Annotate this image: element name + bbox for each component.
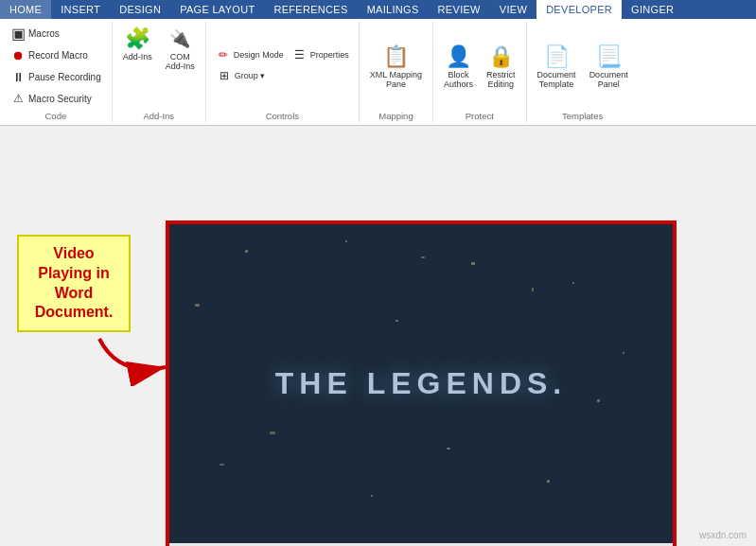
com-addins-button[interactable]: 🔌 COMAdd-Ins: [161, 23, 200, 74]
xml-mapping-label: XML MappingPane: [370, 70, 422, 89]
document-panel-label: DocumentPanel: [589, 70, 628, 89]
tab-developer[interactable]: DEVELOPER: [536, 0, 622, 19]
ribbon-group-protect: 👤 BlockAuthors 🔒 RestrictEditing Protect: [433, 21, 527, 123]
com-addins-label: COMAdd-Ins: [166, 52, 195, 71]
macros-icon: ▣: [10, 26, 26, 41]
arrow-svg: [90, 329, 175, 386]
macros-button[interactable]: ▣ Macros: [6, 23, 64, 44]
addins-group-label: Add-Ins: [143, 109, 174, 121]
design-mode-label: Design Mode: [234, 50, 284, 60]
tab-mailings[interactable]: MAILINGS: [358, 0, 429, 19]
video-screen: THE LEGENDS.: [169, 224, 673, 543]
macro-security-label: Macro Security: [28, 94, 92, 104]
templates-group-label: Templates: [562, 109, 603, 121]
record-macro-icon: ⏺: [10, 47, 26, 62]
design-mode-icon: ✏: [216, 47, 231, 62]
xml-mapping-button[interactable]: 📋 XML MappingPane: [365, 41, 427, 92]
block-authors-icon: 👤: [446, 44, 472, 70]
pause-recording-button[interactable]: ⏸ Pause Recording: [6, 66, 106, 87]
video-title: THE LEGENDS.: [275, 366, 567, 401]
restrict-editing-button[interactable]: 🔒 RestrictEditing: [482, 41, 520, 92]
ribbon-tab-bar: HOME INSERT DESIGN PAGE LAYOUT REFERENCE…: [0, 0, 756, 19]
pause-recording-icon: ⏸: [10, 69, 26, 84]
properties-icon: ☰: [292, 47, 308, 62]
ribbon: HOME INSERT DESIGN PAGE LAYOUT REFERENCE…: [0, 0, 756, 126]
com-addins-icon: 🔌: [167, 26, 193, 52]
record-macro-button[interactable]: ⏺ Record Macro: [6, 44, 93, 65]
properties-button[interactable]: ☰ Properties: [289, 45, 353, 64]
block-authors-button[interactable]: 👤 BlockAuthors: [439, 41, 478, 92]
arrow-indicator: [90, 329, 175, 390]
document-panel-icon: 📃: [595, 44, 622, 70]
tab-home[interactable]: HOME: [0, 0, 51, 19]
document-template-label: DocumentTemplate: [537, 70, 576, 89]
add-ins-icon: 🧩: [124, 26, 150, 52]
properties-label: Properties: [310, 50, 349, 60]
tab-ginger[interactable]: GINGER: [622, 0, 683, 19]
group-icon: ⊞: [217, 68, 232, 83]
mapping-group-label: Mapping: [378, 109, 413, 121]
tab-view[interactable]: VIEW: [490, 0, 536, 19]
ribbon-body: ▣ Macros ⏺ Record Macro ⏸ Pause Recordin…: [0, 19, 756, 126]
group-label: Group ▾: [235, 71, 266, 80]
video-container[interactable]: THE LEGENDS. Paused 00:10 ▶ ■ ⏮ ⏭ 🔊: [166, 220, 677, 546]
tab-design[interactable]: DESIGN: [110, 0, 170, 19]
tab-references[interactable]: REFERENCES: [264, 0, 357, 19]
tab-insert[interactable]: INSERT: [51, 0, 110, 19]
protect-group-label: Protect: [466, 109, 494, 121]
macro-security-icon: ⚠: [10, 91, 26, 106]
ribbon-group-templates: 📄 DocumentTemplate 📃 DocumentPanel Templ…: [527, 21, 639, 123]
record-macro-label: Record Macro: [28, 50, 88, 61]
macros-label: Macros: [28, 28, 60, 39]
document-panel-button[interactable]: 📃 DocumentPanel: [585, 41, 633, 92]
ribbon-group-controls: ✏ Design Mode ☰ Properties ⊞ Group ▾ Con…: [206, 21, 360, 123]
add-ins-button[interactable]: 🧩 Add-Ins: [118, 23, 157, 64]
restrict-editing-label: RestrictEditing: [486, 70, 516, 89]
callout-text: Video Playing in Word Document.: [35, 245, 114, 320]
callout-box: Video Playing in Word Document.: [17, 235, 131, 332]
code-group-label: Code: [45, 109, 67, 121]
xml-mapping-icon: 📋: [382, 44, 409, 70]
pause-recording-label: Pause Recording: [28, 72, 101, 82]
add-ins-label: Add-Ins: [123, 52, 152, 62]
watermark: wsxdn.com: [699, 530, 747, 540]
tab-review[interactable]: REVIEW: [429, 0, 490, 19]
document-area: Video Playing in Word Document.: [0, 126, 756, 546]
restrict-editing-icon: 🔒: [487, 44, 514, 70]
group-button[interactable]: ⊞ Group ▾: [212, 65, 271, 86]
block-authors-label: BlockAuthors: [444, 70, 473, 89]
tab-page-layout[interactable]: PAGE LAYOUT: [170, 0, 264, 19]
ribbon-group-addins: 🧩 Add-Ins 🔌 COMAdd-Ins Add-Ins: [113, 21, 206, 123]
macro-security-button[interactable]: ⚠ Macro Security: [6, 88, 97, 109]
document-template-button[interactable]: 📄 DocumentTemplate: [533, 41, 581, 92]
controls-group-label: Controls: [266, 109, 299, 121]
document-template-icon: 📄: [543, 44, 570, 70]
ribbon-group-mapping: 📋 XML MappingPane Mapping: [360, 21, 433, 123]
ribbon-group-code: ▣ Macros ⏺ Record Macro ⏸ Pause Recordin…: [0, 21, 113, 123]
design-mode-button[interactable]: ✏ Design Mode: [212, 45, 288, 64]
